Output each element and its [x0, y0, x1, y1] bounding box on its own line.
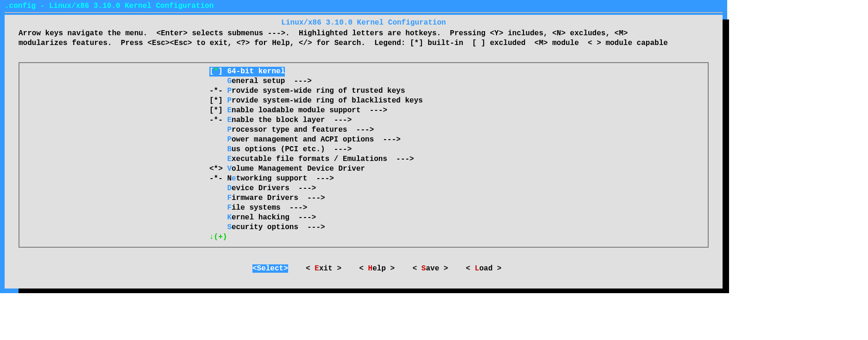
- titlebar-divider: [5, 12, 723, 13]
- menu-item-marker: *: [214, 67, 219, 76]
- menu-item[interactable]: Device Drivers --->: [209, 184, 708, 193]
- menu-item-prefix: [209, 126, 227, 134]
- submenu-arrow-icon: --->: [334, 116, 352, 124]
- submenu-arrow-icon: --->: [307, 223, 325, 231]
- menu-item-suffix: ]: [218, 96, 227, 105]
- panel-title: Linux/x86 3.10.0 Kernel Configuration: [5, 15, 723, 27]
- menu-item-prefix: [209, 194, 227, 202]
- menu-item-label: rocessor type and features: [232, 126, 356, 134]
- submenu-arrow-icon: --->: [316, 174, 333, 183]
- menu-item[interactable]: [*] Enable loadable module support --->: [209, 106, 708, 115]
- menu-item-label: 4-bit kernel: [232, 67, 285, 76]
- menu-item-hotkey: e: [232, 174, 236, 183]
- menu-item[interactable]: Firmware Drivers --->: [209, 193, 708, 203]
- menu-item-prefix: [209, 223, 227, 231]
- menu-item-hotkey: F: [227, 194, 232, 202]
- save-button[interactable]: < Save >: [413, 264, 448, 273]
- menu-item[interactable]: -*- Enable the block layer --->: [209, 115, 708, 125]
- menu-item-hotkey: S: [227, 223, 232, 231]
- submenu-arrow-icon: --->: [334, 145, 352, 154]
- menu-item-hotkey: 6: [227, 67, 232, 76]
- select-button[interactable]: <Select>: [252, 264, 288, 273]
- menu-item-prefix: [209, 77, 227, 85]
- menu-item-label: ile systems: [232, 204, 289, 212]
- menu-item-label: ernel hacking: [232, 213, 298, 222]
- menu-item[interactable]: Power management and ACPI options --->: [209, 135, 708, 145]
- menu-item-suffix: ]: [218, 67, 227, 76]
- scroll-down-indicator: ↓(+): [209, 232, 708, 242]
- menu-item[interactable]: Processor type and features --->: [209, 125, 708, 135]
- menu-item[interactable]: Bus options (PCI etc.) --->: [209, 145, 708, 154]
- menu-item-prefix: [209, 135, 227, 144]
- submenu-arrow-icon: --->: [298, 184, 316, 192]
- menu-item-label: ower management and ACPI options: [232, 135, 383, 144]
- menu-item-prefix: [: [209, 67, 214, 76]
- menu-item-marker: *: [214, 96, 219, 105]
- menu-item-label: irmware Drivers: [232, 194, 307, 202]
- menu-item-hotkey: G: [227, 77, 232, 85]
- menu-item-marker: *: [214, 106, 219, 115]
- menu-item-hotkey: K: [227, 213, 232, 222]
- menu-item-prefix: [209, 145, 227, 154]
- submenu-arrow-icon: --->: [294, 77, 311, 85]
- menu-item[interactable]: Security options --->: [209, 223, 708, 232]
- panel-shadow-right: [723, 19, 729, 293]
- menu-item-hotkey: P: [227, 126, 232, 134]
- menu-item-hotkey: E: [227, 116, 232, 124]
- menu-item-suffix: - N: [218, 174, 232, 183]
- menu-item-label: nable loadable module support: [232, 106, 370, 115]
- menu-item-marker: *: [214, 87, 219, 95]
- menu-item-label: xecutable file formats / Emulations: [232, 155, 396, 163]
- menu-item[interactable]: <*> Volume Management Device Driver: [209, 164, 708, 174]
- help-button[interactable]: < Help >: [359, 264, 395, 273]
- menu-item-prefix: [: [209, 106, 214, 115]
- submenu-arrow-icon: --->: [289, 204, 307, 212]
- menu-item-label: eneral setup: [232, 77, 294, 85]
- menu-item-suffix: -: [218, 87, 227, 95]
- menu-item-hotkey: B: [227, 145, 232, 154]
- menu-item-suffix: -: [218, 116, 227, 124]
- load-button[interactable]: < Load >: [466, 264, 502, 273]
- menu-list: [*] 64-bit kernel General setup --->-*- …: [209, 67, 708, 232]
- menu-item[interactable]: -*- Networking support --->: [209, 174, 708, 184]
- menu-item-prefix: <: [209, 165, 214, 173]
- exit-button[interactable]: < Exit >: [306, 264, 341, 273]
- menu-item[interactable]: [*] Provide system-wide ring of blacklis…: [209, 96, 708, 106]
- menu-item-prefix: [209, 155, 227, 163]
- menu-item-hotkey: E: [227, 155, 232, 163]
- menu-item[interactable]: Kernel hacking --->: [209, 213, 708, 223]
- menu-item-hotkey: P: [227, 96, 232, 105]
- window-titlebar: .config - Linux/x86 3.10.0 Kernel Config…: [0, 0, 727, 11]
- menu-item[interactable]: File systems --->: [209, 203, 708, 213]
- menu-item-suffix: >: [218, 165, 227, 173]
- menu-item-label: rovide system-wide ring of trusted keys: [232, 87, 405, 95]
- kconfig-window: .config - Linux/x86 3.10.0 Kernel Config…: [0, 0, 727, 293]
- submenu-arrow-icon: --->: [307, 194, 325, 202]
- menu-item-marker: *: [214, 116, 219, 124]
- menu-item[interactable]: General setup --->: [209, 77, 708, 86]
- help-text-line1: Arrow keys navigate the menu. <Enter> se…: [5, 27, 723, 38]
- submenu-arrow-icon: --->: [356, 126, 374, 134]
- menu-item-prefix: -: [209, 174, 214, 183]
- menu-item[interactable]: Executable file formats / Emulations ---…: [209, 154, 708, 164]
- menu-item-label: tworking support: [236, 174, 316, 183]
- button-bar: <Select> < Exit > < Help > < Save > < Lo…: [5, 256, 723, 281]
- submenu-arrow-icon: --->: [383, 135, 400, 144]
- submenu-arrow-icon: --->: [370, 106, 387, 115]
- menu-item-marker: *: [214, 165, 219, 173]
- menu-item[interactable]: -*- Provide system-wide ring of trusted …: [209, 86, 708, 96]
- menu-item[interactable]: [*] 64-bit kernel: [209, 67, 285, 77]
- menu-item-label: olume Management Device Driver: [232, 165, 365, 173]
- menu-box: [*] 64-bit kernel General setup --->-*- …: [19, 62, 709, 248]
- panel-shadow-bottom: [19, 289, 729, 293]
- menu-item-hotkey: D: [227, 184, 232, 192]
- menu-item-hotkey: P: [227, 135, 232, 144]
- menu-item-label: evice Drivers: [232, 184, 298, 192]
- menu-item-prefix: -: [209, 116, 214, 124]
- menu-item-label: ecurity options: [232, 223, 307, 231]
- menu-item-marker: *: [214, 174, 219, 183]
- menu-item-prefix: [209, 184, 227, 192]
- menu-item-label: us options (PCI etc.): [232, 145, 334, 154]
- menu-item-prefix: [209, 213, 227, 222]
- menu-item-hotkey: F: [227, 204, 232, 212]
